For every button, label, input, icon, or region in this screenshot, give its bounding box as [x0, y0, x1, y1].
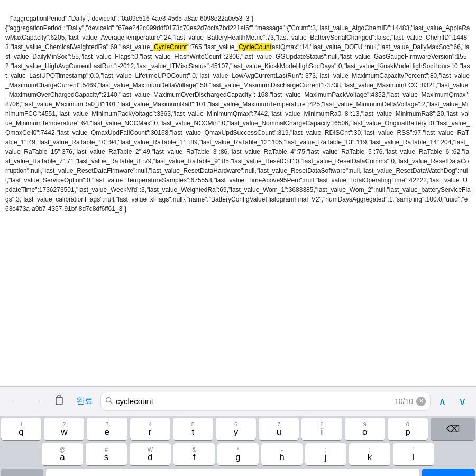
key-k[interactable]: :k [349, 443, 390, 465]
key-q[interactable]: 1q [1, 418, 41, 440]
keyboard-row-2: @a #s Wd &f *g -h ;j :k 'l [1, 443, 475, 465]
next-result-button[interactable]: ∨ [454, 393, 471, 410]
search-input[interactable] [116, 397, 391, 406]
back-icon: ← [10, 396, 20, 407]
content-area: {"aggregationPeriod":"Daily","deviceId":… [0, 0, 476, 386]
key-a[interactable]: @a [42, 443, 83, 465]
search-icon [105, 397, 113, 406]
svg-rect-0 [56, 397, 62, 405]
keyboard-row-3: ⇧ space search [1, 469, 475, 476]
key-e[interactable]: 3e [87, 418, 127, 440]
key-h[interactable]: -h [261, 443, 303, 465]
prev-result-button[interactable]: ∧ [434, 393, 451, 410]
highlight-1: CycleCount [153, 43, 187, 51]
svg-line-3 [111, 402, 113, 404]
done-button[interactable]: 완료 [72, 393, 97, 409]
key-s[interactable]: #s [86, 443, 127, 465]
delete-icon: ⌫ [446, 423, 460, 435]
key-o[interactable]: 9o [345, 418, 385, 440]
key-i[interactable]: 8i [301, 418, 342, 440]
key-y[interactable]: 6y [216, 418, 256, 440]
keyboard-row-1: 1q 2w 3e 4r 5t 6y 7u 8i 9o 0p ⌫ [1, 418, 475, 440]
browser-toolbar: ← → 완료 10/10 ✕ ∧ ∨ [0, 386, 476, 416]
key-l[interactable]: 'l [393, 443, 434, 465]
key-g[interactable]: *g [217, 443, 259, 465]
search-bar: 10/10 ✕ [100, 392, 431, 411]
clipboard-button[interactable] [50, 392, 69, 411]
chevron-up-icon: ∧ [438, 395, 446, 408]
search-count: 10/10 [395, 397, 413, 406]
text-content-suffix: astQmax":14,"last_value_DOFU":null,"last… [5, 43, 471, 213]
forward-button[interactable]: → [28, 392, 47, 411]
text-between-highlights: ":765,"last_value_ [187, 43, 238, 51]
clear-icon: ✕ [419, 398, 424, 405]
forward-icon: → [32, 396, 42, 407]
key-space[interactable]: space [46, 469, 419, 476]
back-button[interactable]: ← [5, 392, 24, 411]
key-d[interactable]: Wd [130, 443, 171, 465]
clipboard-icon [53, 394, 65, 408]
clear-search-button[interactable]: ✕ [416, 397, 426, 406]
key-j[interactable]: ;j [305, 443, 346, 465]
search-button[interactable]: search [422, 469, 475, 476]
key-t[interactable]: 5t [173, 418, 213, 440]
chevron-down-icon: ∨ [459, 395, 466, 408]
svg-rect-1 [58, 396, 61, 398]
key-shift[interactable]: ⇧ [1, 469, 43, 476]
key-u[interactable]: 7u [259, 418, 299, 440]
highlight-2: CycleCount [238, 43, 272, 51]
key-w[interactable]: 2w [44, 418, 84, 440]
key-p[interactable]: 0p [388, 418, 428, 440]
keyboard: 1q 2w 3e 4r 5t 6y 7u 8i 9o 0p ⌫ @a #s Wd… [0, 416, 476, 476]
key-delete[interactable]: ⌫ [431, 418, 475, 440]
key-r[interactable]: 4r [130, 418, 170, 440]
key-f[interactable]: &f [173, 443, 215, 465]
